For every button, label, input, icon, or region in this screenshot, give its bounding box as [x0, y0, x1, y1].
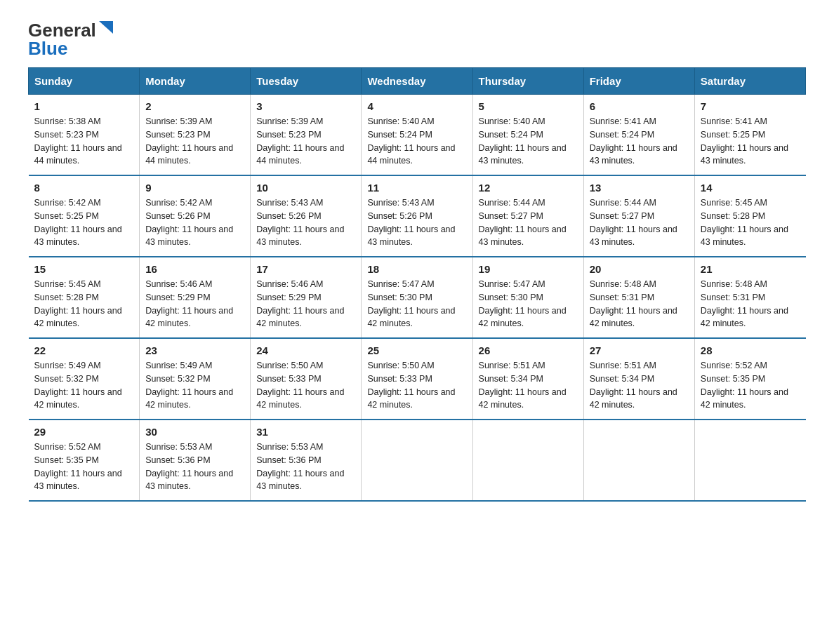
day-number: 2: [145, 100, 244, 112]
logo: General Blue: [28, 21, 113, 58]
day-number: 26: [479, 344, 578, 356]
day-number: 21: [701, 263, 800, 275]
day-number: 19: [479, 263, 578, 275]
calendar-cell: 5 Sunrise: 5:40 AM Sunset: 5:24 PM Dayli…: [472, 95, 583, 176]
day-info: Sunrise: 5:52 AM Sunset: 5:35 PM Dayligh…: [701, 359, 800, 412]
calendar-cell: 9 Sunrise: 5:42 AM Sunset: 5:26 PM Dayli…: [140, 175, 251, 257]
calendar-cell: 14 Sunrise: 5:45 AM Sunset: 5:28 PM Dayl…: [694, 175, 805, 257]
calendar-cell: 4 Sunrise: 5:40 AM Sunset: 5:24 PM Dayli…: [362, 95, 472, 176]
day-info: Sunrise: 5:51 AM Sunset: 5:34 PM Dayligh…: [590, 359, 689, 412]
calendar-cell: 8 Sunrise: 5:42 AM Sunset: 5:25 PM Dayli…: [29, 175, 140, 257]
day-info: Sunrise: 5:46 AM Sunset: 5:29 PM Dayligh…: [145, 278, 244, 330]
day-info: Sunrise: 5:40 AM Sunset: 5:24 PM Dayligh…: [479, 115, 578, 168]
calendar-cell: 30 Sunrise: 5:53 AM Sunset: 5:36 PM Dayl…: [140, 420, 251, 501]
calendar-cell: 29 Sunrise: 5:52 AM Sunset: 5:35 PM Dayl…: [29, 420, 140, 501]
day-info: Sunrise: 5:43 AM Sunset: 5:26 PM Dayligh…: [367, 196, 466, 249]
day-info: Sunrise: 5:39 AM Sunset: 5:23 PM Dayligh…: [256, 115, 355, 168]
day-number: 16: [145, 263, 244, 275]
calendar-cell: 27 Sunrise: 5:51 AM Sunset: 5:34 PM Dayl…: [583, 338, 694, 420]
day-info: Sunrise: 5:39 AM Sunset: 5:23 PM Dayligh…: [145, 115, 244, 168]
calendar-cell: 26 Sunrise: 5:51 AM Sunset: 5:34 PM Dayl…: [472, 338, 583, 420]
calendar-cell: 20 Sunrise: 5:48 AM Sunset: 5:31 PM Dayl…: [583, 257, 694, 338]
calendar-week-row: 22 Sunrise: 5:49 AM Sunset: 5:32 PM Dayl…: [29, 338, 806, 420]
calendar-cell: 7 Sunrise: 5:41 AM Sunset: 5:25 PM Dayli…: [694, 95, 805, 176]
day-number: 6: [590, 100, 689, 112]
calendar-cell: [362, 420, 472, 501]
calendar-cell: 11 Sunrise: 5:43 AM Sunset: 5:26 PM Dayl…: [362, 175, 472, 257]
calendar-cell: 2 Sunrise: 5:39 AM Sunset: 5:23 PM Dayli…: [140, 95, 251, 176]
logo-triangle-icon: [99, 21, 113, 34]
calendar-cell: 1 Sunrise: 5:38 AM Sunset: 5:23 PM Dayli…: [29, 95, 140, 176]
calendar-cell: 21 Sunrise: 5:48 AM Sunset: 5:31 PM Dayl…: [694, 257, 805, 338]
logo-blue-text: Blue: [28, 39, 67, 58]
day-number: 15: [34, 263, 134, 275]
day-info: Sunrise: 5:46 AM Sunset: 5:29 PM Dayligh…: [256, 278, 355, 330]
day-number: 5: [479, 100, 578, 112]
day-info: Sunrise: 5:45 AM Sunset: 5:28 PM Dayligh…: [34, 278, 134, 330]
day-info: Sunrise: 5:42 AM Sunset: 5:25 PM Dayligh…: [34, 196, 134, 249]
calendar-cell: 16 Sunrise: 5:46 AM Sunset: 5:29 PM Dayl…: [140, 257, 251, 338]
calendar-table: SundayMondayTuesdayWednesdayThursdayFrid…: [28, 67, 806, 502]
day-number: 13: [590, 182, 689, 194]
calendar-cell: 22 Sunrise: 5:49 AM Sunset: 5:32 PM Dayl…: [29, 338, 140, 420]
svg-marker-0: [99, 21, 113, 34]
day-number: 31: [256, 426, 355, 438]
calendar-cell: [583, 420, 694, 501]
calendar-cell: 23 Sunrise: 5:49 AM Sunset: 5:32 PM Dayl…: [140, 338, 251, 420]
calendar-cell: 3 Sunrise: 5:39 AM Sunset: 5:23 PM Dayli…: [251, 95, 362, 176]
day-number: 3: [256, 100, 355, 112]
day-info: Sunrise: 5:50 AM Sunset: 5:33 PM Dayligh…: [367, 359, 466, 412]
calendar-cell: 17 Sunrise: 5:46 AM Sunset: 5:29 PM Dayl…: [251, 257, 362, 338]
page-header: General Blue: [28, 21, 806, 58]
calendar-cell: [472, 420, 583, 501]
day-number: 7: [701, 100, 800, 112]
header-friday: Friday: [583, 68, 694, 95]
day-number: 24: [256, 344, 355, 356]
day-number: 25: [367, 344, 466, 356]
day-info: Sunrise: 5:53 AM Sunset: 5:36 PM Dayligh…: [145, 441, 244, 493]
day-info: Sunrise: 5:52 AM Sunset: 5:35 PM Dayligh…: [34, 441, 134, 493]
day-number: 11: [367, 182, 466, 194]
day-info: Sunrise: 5:49 AM Sunset: 5:32 PM Dayligh…: [34, 359, 134, 412]
day-number: 8: [34, 182, 134, 194]
day-info: Sunrise: 5:49 AM Sunset: 5:32 PM Dayligh…: [145, 359, 244, 412]
header-tuesday: Tuesday: [251, 68, 362, 95]
header-sunday: Sunday: [29, 68, 140, 95]
calendar-week-row: 1 Sunrise: 5:38 AM Sunset: 5:23 PM Dayli…: [29, 95, 806, 176]
day-info: Sunrise: 5:44 AM Sunset: 5:27 PM Dayligh…: [590, 196, 689, 249]
calendar-cell: 12 Sunrise: 5:44 AM Sunset: 5:27 PM Dayl…: [472, 175, 583, 257]
day-info: Sunrise: 5:43 AM Sunset: 5:26 PM Dayligh…: [256, 196, 355, 249]
day-number: 1: [34, 100, 134, 112]
calendar-week-row: 8 Sunrise: 5:42 AM Sunset: 5:25 PM Dayli…: [29, 175, 806, 257]
calendar-cell: 31 Sunrise: 5:53 AM Sunset: 5:36 PM Dayl…: [251, 420, 362, 501]
header-thursday: Thursday: [472, 68, 583, 95]
logo-general-text: General: [28, 21, 96, 39]
calendar-week-row: 29 Sunrise: 5:52 AM Sunset: 5:35 PM Dayl…: [29, 420, 806, 501]
day-number: 22: [34, 344, 134, 356]
day-number: 4: [367, 100, 466, 112]
day-info: Sunrise: 5:50 AM Sunset: 5:33 PM Dayligh…: [256, 359, 355, 412]
day-number: 10: [256, 182, 355, 194]
day-info: Sunrise: 5:48 AM Sunset: 5:31 PM Dayligh…: [590, 278, 689, 330]
day-info: Sunrise: 5:41 AM Sunset: 5:25 PM Dayligh…: [701, 115, 800, 168]
calendar-cell: 19 Sunrise: 5:47 AM Sunset: 5:30 PM Dayl…: [472, 257, 583, 338]
calendar-cell: 13 Sunrise: 5:44 AM Sunset: 5:27 PM Dayl…: [583, 175, 694, 257]
day-info: Sunrise: 5:48 AM Sunset: 5:31 PM Dayligh…: [701, 278, 800, 330]
day-number: 18: [367, 263, 466, 275]
calendar-week-row: 15 Sunrise: 5:45 AM Sunset: 5:28 PM Dayl…: [29, 257, 806, 338]
calendar-cell: 10 Sunrise: 5:43 AM Sunset: 5:26 PM Dayl…: [251, 175, 362, 257]
day-info: Sunrise: 5:47 AM Sunset: 5:30 PM Dayligh…: [479, 278, 578, 330]
day-info: Sunrise: 5:40 AM Sunset: 5:24 PM Dayligh…: [367, 115, 466, 168]
day-number: 12: [479, 182, 578, 194]
day-info: Sunrise: 5:51 AM Sunset: 5:34 PM Dayligh…: [479, 359, 578, 412]
day-number: 29: [34, 426, 134, 438]
header-saturday: Saturday: [694, 68, 805, 95]
header-wednesday: Wednesday: [362, 68, 472, 95]
day-number: 27: [590, 344, 689, 356]
day-info: Sunrise: 5:42 AM Sunset: 5:26 PM Dayligh…: [145, 196, 244, 249]
day-info: Sunrise: 5:47 AM Sunset: 5:30 PM Dayligh…: [367, 278, 466, 330]
calendar-cell: 18 Sunrise: 5:47 AM Sunset: 5:30 PM Dayl…: [362, 257, 472, 338]
calendar-cell: 28 Sunrise: 5:52 AM Sunset: 5:35 PM Dayl…: [694, 338, 805, 420]
day-number: 28: [701, 344, 800, 356]
day-number: 9: [145, 182, 244, 194]
